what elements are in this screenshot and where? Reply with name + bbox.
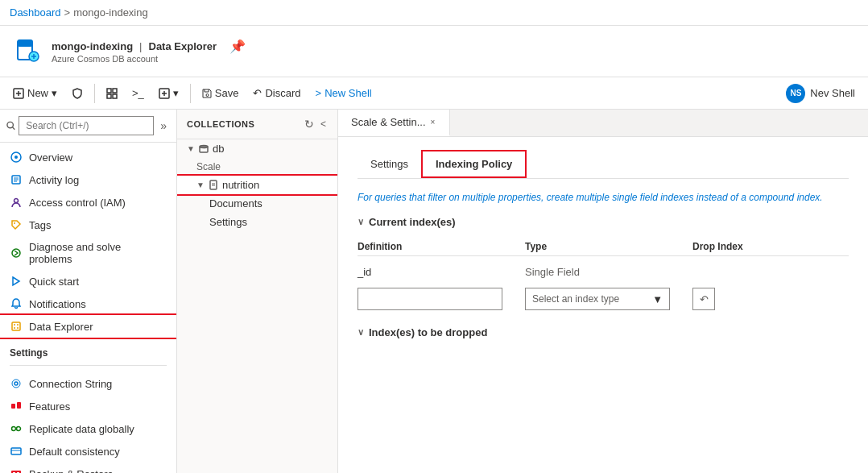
svg-point-22 [17, 324, 19, 326]
diagnose-icon [10, 247, 23, 259]
upload-icon [159, 88, 170, 99]
index-definition-input[interactable] [358, 288, 502, 310]
sidebar-item-features[interactable]: Features [0, 395, 176, 417]
terminal-icon: >_ [132, 87, 144, 99]
breadcrumb-dashboard[interactable]: Dashboard [10, 6, 61, 19]
terminal-button[interactable]: >_ [126, 84, 151, 102]
sidebar-item-backup[interactable]: Backup & Restore [0, 463, 176, 473]
breadcrumb-separator: > [64, 6, 71, 19]
consistency-icon [10, 445, 23, 458]
iam-icon [10, 196, 23, 209]
svg-point-26 [12, 380, 20, 388]
upload-button[interactable]: ▾ [152, 84, 185, 102]
scale-settings-tab[interactable]: Scale & Settin... × [338, 110, 450, 136]
tab-indexing-policy[interactable]: Indexing Policy [421, 150, 527, 178]
settings-section-label: Settings [0, 341, 176, 362]
features-icon [10, 400, 23, 413]
svg-rect-32 [11, 448, 21, 454]
backup-icon [10, 467, 23, 473]
documents-label: Documents [209, 197, 262, 210]
save-button[interactable]: Save [196, 84, 246, 102]
new-shell-button[interactable]: > New Shell [309, 84, 378, 102]
tree-item-documents[interactable]: Documents [177, 194, 337, 213]
notifications-label: Notifications [29, 298, 86, 310]
quickstart-icon [10, 275, 23, 288]
tab-settings[interactable]: Settings [358, 150, 421, 178]
svg-rect-7 [113, 94, 117, 98]
tree-item-db[interactable]: ▼ db [177, 139, 337, 158]
index-type-single-field: Single Field [525, 266, 686, 278]
svg-point-17 [14, 222, 15, 224]
db-label: db [213, 143, 224, 155]
svg-point-21 [14, 324, 15, 326]
index-table: Definition Type Drop Index _id Single Fi… [358, 238, 849, 313]
nutrition-chevron-icon: ▼ [196, 180, 205, 189]
pin-button[interactable]: 📌 [229, 39, 246, 54]
undo-icon: ↶ [253, 87, 262, 99]
tree-item-settings[interactable]: Settings [177, 213, 337, 231]
nutrition-label: nutrition [222, 179, 259, 191]
index-field-id: _id [358, 266, 519, 278]
search-box: » [0, 110, 176, 143]
col-drop-index: Drop Index [692, 241, 773, 252]
collections-collapse-button[interactable]: < [319, 116, 328, 132]
col-definition: Definition [358, 241, 519, 252]
replicate-label: Replicate data globally [29, 423, 134, 435]
main-toolbar: New ▾ >_ ▾ Save ↶ Discard > New Shell NS… [0, 77, 868, 110]
sidebar-item-consistency[interactable]: Default consistency [0, 440, 176, 463]
page-header: mongo-indexing | Data Explorer 📌 Azure C… [0, 26, 868, 77]
tree-item-scale[interactable]: Scale [177, 158, 337, 176]
drop-indexes-label: Index(es) to be dropped [369, 326, 487, 338]
current-indexes-header[interactable]: ∨ Current index(es) [358, 216, 849, 228]
sidebar-item-diagnose[interactable]: Diagnose and solve problems [0, 236, 176, 270]
tree-item-nutrition[interactable]: ▼ nutrition [177, 176, 337, 194]
index-refresh-icon: ↶ [700, 293, 709, 305]
collections-panel: COLLECTIONS ↻ < ▼ db Scale ▼ nutrition D… [177, 110, 338, 473]
svg-point-25 [14, 382, 18, 385]
svg-point-29 [12, 427, 16, 431]
new-button[interactable]: New ▾ [6, 84, 64, 102]
sidebar-item-tags[interactable]: Tags [0, 214, 176, 236]
replicate-icon [10, 422, 23, 435]
diagnose-label: Diagnose and solve problems [29, 241, 167, 265]
svg-rect-20 [12, 322, 20, 330]
collections-refresh-button[interactable]: ↻ [303, 116, 316, 132]
search-input[interactable] [19, 116, 154, 135]
grid-icon [106, 88, 118, 99]
drop-indexes-header[interactable]: ∨ Index(es) to be dropped [358, 326, 849, 338]
app-icon [13, 37, 42, 66]
svg-point-16 [14, 199, 19, 203]
svg-rect-1 [18, 40, 32, 47]
backup-label: Backup & Restore [29, 468, 114, 474]
sidebar-item-connection[interactable]: Connection String [0, 372, 176, 395]
user-avatar: NS [786, 84, 805, 103]
sidebar-item-notifications[interactable]: Notifications [0, 293, 176, 315]
index-type-select[interactable]: Select an index type ▼ [525, 288, 670, 310]
sidebar-collapse-button[interactable]: » [157, 116, 170, 135]
sidebar-item-iam[interactable]: Access control (IAM) [0, 191, 176, 214]
header-title-group: mongo-indexing | Data Explorer 📌 Azure C… [52, 39, 246, 64]
content-area: Scale & Settin... × Settings Indexing Po… [338, 110, 868, 473]
sidebar-item-overview[interactable]: Overview [0, 146, 176, 168]
sidebar-item-data-explorer[interactable]: Data Explorer [0, 315, 176, 338]
sidebar-item-replicate[interactable]: Replicate data globally [0, 417, 176, 440]
shield-button[interactable] [65, 85, 89, 102]
svg-rect-4 [107, 89, 111, 93]
tags-label: Tags [29, 219, 51, 231]
sidebar-item-quickstart[interactable]: Quick start [0, 270, 176, 293]
toolbar-sep-1 [94, 84, 95, 103]
collections-actions: ↻ < [303, 116, 328, 132]
svg-rect-6 [107, 94, 111, 98]
main-layout: » Overview Activity log Access control (… [0, 110, 868, 473]
settings-nav: Connection String Features Replicate dat… [0, 369, 176, 473]
tab-close-button[interactable]: × [429, 118, 437, 127]
current-indexes-label: Current index(es) [369, 216, 456, 228]
index-refresh-button[interactable]: ↶ [692, 288, 715, 310]
notifications-icon [10, 297, 23, 310]
index-select-placeholder: Select an index type [532, 293, 619, 305]
sidebar-item-activity-log[interactable]: Activity log [0, 168, 176, 191]
col-type: Type [525, 241, 686, 252]
sidebar: » Overview Activity log Access control (… [0, 110, 177, 473]
discard-button[interactable]: ↶ Discard [246, 84, 307, 102]
grid-button[interactable] [100, 85, 124, 102]
